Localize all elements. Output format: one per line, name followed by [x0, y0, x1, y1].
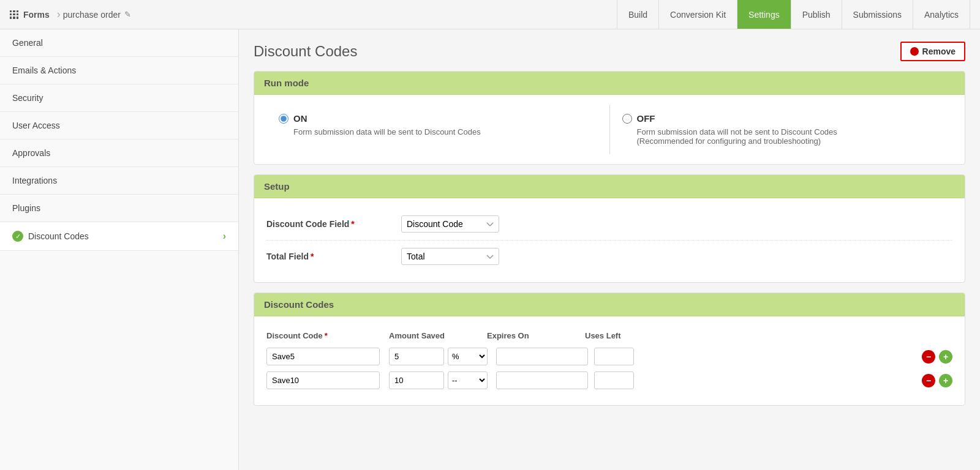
total-field-label: Total Field* [266, 252, 389, 261]
amount-input-1[interactable] [389, 348, 444, 365]
discount-code-row-1: % $ -- − + [266, 348, 952, 365]
sidebar-item-emails-actions[interactable]: Emails & Actions [0, 57, 238, 84]
sidebar-item-label: Security [12, 93, 43, 103]
run-mode-body: ON Form submission data will be sent to … [254, 95, 965, 164]
amount-input-2[interactable] [389, 371, 444, 389]
sidebar-item-label: Plugins [12, 203, 40, 213]
red-dot-icon [910, 47, 919, 56]
run-mode-off-radio[interactable] [622, 114, 632, 124]
discount-code-field-label: Discount Code Field* [266, 219, 389, 229]
discount-codes-section: Discount Codes Discount Code* Amount Sav… [254, 293, 965, 406]
type-select-1[interactable]: % $ -- [448, 348, 488, 365]
on-description: Form submission data will be sent to Dis… [293, 127, 597, 136]
row-1-actions: − + [922, 350, 952, 364]
uses-input-2[interactable] [594, 371, 634, 389]
total-field-select[interactable]: Total Discount Code Order ID [401, 248, 499, 265]
run-mode-off-label[interactable]: OFF [622, 113, 941, 124]
discount-codes-header: Discount Codes [254, 293, 965, 316]
chevron-right-icon: › [223, 231, 226, 242]
page-title: Discount Codes [254, 43, 357, 60]
discount-codes-body: Discount Code* Amount Saved Expires On U… [254, 316, 965, 405]
code-input-2[interactable] [266, 371, 380, 389]
required-star: * [311, 252, 314, 261]
sidebar-item-discount-codes[interactable]: ✓ Discount Codes › [0, 222, 238, 251]
codes-table-header: Discount Code* Amount Saved Expires On U… [266, 326, 952, 348]
tab-settings[interactable]: Settings [737, 0, 791, 29]
sidebar-item-label: Discount Codes [28, 231, 89, 241]
sidebar-item-label: Emails & Actions [12, 65, 76, 75]
tab-submissions[interactable]: Submissions [842, 0, 913, 29]
main-layout: General Emails & Actions Security User A… [0, 29, 980, 470]
green-check-icon: ✓ [12, 231, 23, 242]
type-select-2[interactable]: % $ -- [448, 371, 488, 389]
setup-row-discount-code-field: Discount Code Field* Discount Code Total… [266, 208, 952, 241]
col-uses-header: Uses Left [585, 331, 646, 340]
add-row-2-button[interactable]: + [939, 374, 952, 387]
remove-row-1-button[interactable]: − [922, 350, 935, 364]
run-mode-section: Run mode ON Form submission data will be… [254, 71, 965, 165]
sidebar-item-user-access[interactable]: User Access [0, 112, 238, 140]
brand-label: Forms [23, 10, 50, 20]
add-row-1-button[interactable]: + [939, 350, 952, 364]
edit-icon[interactable]: ✎ [124, 10, 131, 19]
top-nav: Forms › purchase order ✎ Build Conversio… [0, 0, 980, 29]
sidebar-item-label: User Access [12, 121, 60, 130]
sidebar-item-integrations[interactable]: Integrations [0, 167, 238, 195]
setup-row-total-field: Total Field* Total Discount Code Order I… [266, 241, 952, 272]
col-code-header: Discount Code* [266, 331, 389, 340]
run-mode-on-radio[interactable] [279, 114, 288, 124]
top-nav-tabs: Build Conversion Kit Settings Publish Su… [617, 0, 970, 29]
breadcrumb-arrow: › [57, 8, 61, 21]
col-expires-header: Expires On [487, 331, 585, 340]
sidebar-item-security[interactable]: Security [0, 84, 238, 112]
sidebar-item-plugins[interactable]: Plugins [0, 195, 238, 222]
required-star: * [325, 331, 328, 340]
expires-input-1[interactable] [496, 348, 588, 365]
col-amount-header: Amount Saved [389, 331, 487, 340]
tab-conversion-kit[interactable]: Conversion Kit [659, 0, 737, 29]
uses-input-1[interactable] [594, 348, 634, 365]
run-mode-on-label[interactable]: ON [279, 113, 597, 124]
remove-button[interactable]: Remove [900, 42, 965, 61]
discount-code-row-2: % $ -- − + [266, 371, 952, 389]
remove-row-2-button[interactable]: − [922, 374, 935, 387]
expires-input-2[interactable] [496, 371, 588, 389]
run-mode-header: Run mode [254, 72, 965, 95]
sidebar-item-approvals[interactable]: Approvals [0, 140, 238, 167]
row-2-actions: − + [922, 374, 952, 387]
setup-section: Setup Discount Code Field* Discount Code… [254, 174, 965, 283]
sidebar-item-label: Integrations [12, 176, 57, 185]
code-input-1[interactable] [266, 348, 380, 365]
run-mode-off: OFF Form submission data will not be sen… [609, 105, 953, 154]
setup-body: Discount Code Field* Discount Code Total… [254, 198, 965, 282]
on-label: ON [293, 113, 307, 124]
run-mode-on: ON Form submission data will be sent to … [266, 105, 609, 154]
brand[interactable]: Forms [10, 10, 50, 20]
off-label: OFF [637, 113, 655, 124]
page-header: Discount Codes Remove [254, 42, 965, 61]
tab-analytics[interactable]: Analytics [913, 0, 970, 29]
remove-label: Remove [922, 47, 956, 56]
form-name: purchase order ✎ [63, 10, 131, 20]
form-name-text: purchase order [63, 10, 121, 20]
sidebar-item-general[interactable]: General [0, 29, 238, 57]
off-description: Form submission data will not be sent to… [637, 127, 941, 136]
run-mode-options: ON Form submission data will be sent to … [266, 105, 952, 154]
tab-publish[interactable]: Publish [791, 0, 842, 29]
grid-icon [10, 10, 18, 19]
tab-build[interactable]: Build [617, 0, 659, 29]
sidebar: General Emails & Actions Security User A… [0, 29, 239, 470]
sidebar-item-label: Approvals [12, 148, 50, 158]
item-left: ✓ Discount Codes [12, 231, 89, 242]
setup-header: Setup [254, 175, 965, 198]
discount-code-field-select[interactable]: Discount Code Total Order ID [401, 215, 499, 233]
off-description2: (Recommended for configuring and trouble… [637, 136, 941, 146]
main-content: Discount Codes Remove Run mode ON Form s… [239, 29, 980, 470]
sidebar-item-label: General [12, 38, 43, 48]
required-star: * [351, 219, 354, 229]
